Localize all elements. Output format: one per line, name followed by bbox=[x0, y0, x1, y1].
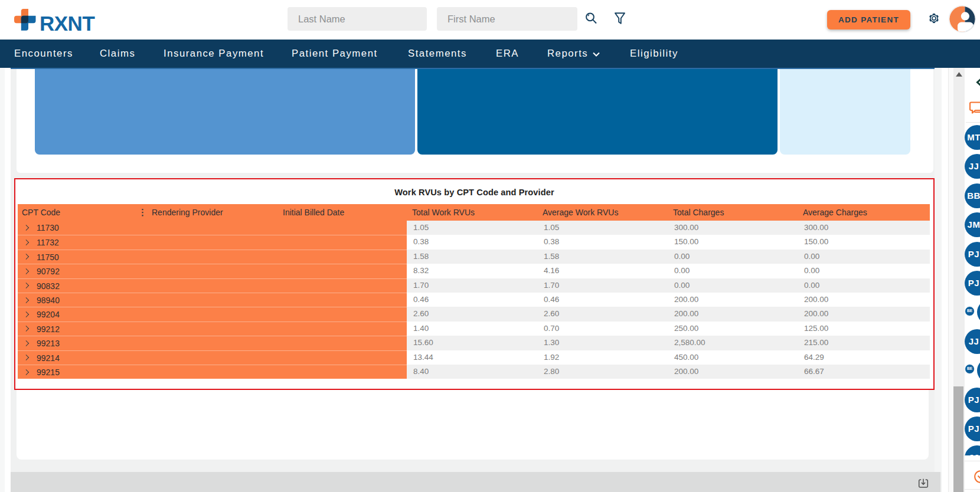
svg-text:RXNT: RXNT bbox=[40, 12, 94, 34]
